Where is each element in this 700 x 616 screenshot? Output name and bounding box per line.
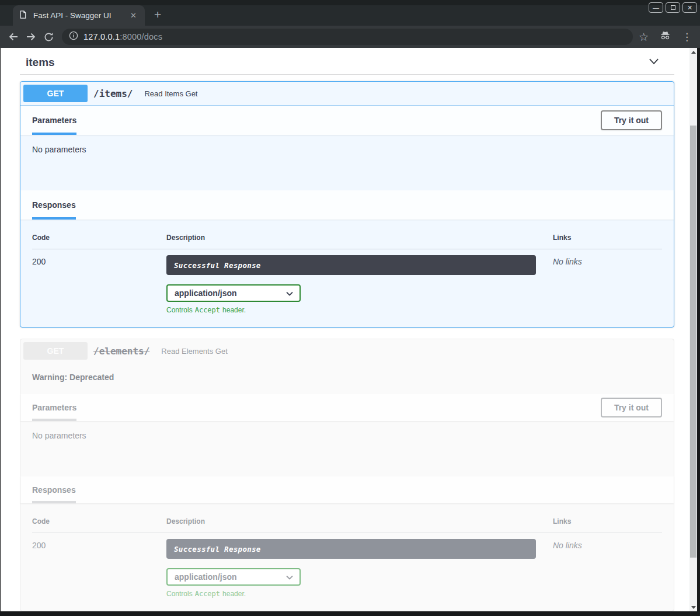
responses-label: Responses bbox=[32, 190, 76, 220]
minimize-button[interactable]: — bbox=[649, 2, 663, 13]
reload-icon[interactable] bbox=[40, 28, 57, 46]
accept-note-prefix: Controls bbox=[166, 306, 193, 314]
close-button[interactable]: ✕ bbox=[682, 2, 697, 13]
code-header: Code bbox=[32, 517, 166, 525]
accept-header-note: ControlsAcceptheader. bbox=[166, 590, 553, 598]
code-header: Code bbox=[32, 234, 166, 242]
accept-note-prefix: Controls bbox=[166, 590, 193, 598]
responses-label: Responses bbox=[32, 476, 76, 503]
accept-note-suffix: header. bbox=[222, 306, 246, 314]
parameters-header: Parameters Try it out bbox=[20, 106, 674, 135]
tag-title: items bbox=[26, 56, 55, 69]
forward-icon[interactable] bbox=[22, 28, 40, 46]
parameters-body: No parameters bbox=[20, 421, 674, 476]
accept-note-suffix: header. bbox=[222, 590, 246, 598]
arrow-down-icon bbox=[691, 606, 696, 609]
page-content: items GET /items/ Read Items Get Paramet… bbox=[1, 48, 697, 611]
response-description-cell: Successful Response application/json Con… bbox=[166, 255, 553, 314]
method-badge: GET bbox=[23, 342, 88, 360]
operation-description: Read Elements Get bbox=[161, 347, 227, 356]
tag-header[interactable]: items bbox=[20, 51, 674, 74]
select-chevron-icon bbox=[286, 572, 293, 582]
opblock-get-elements-deprecated: GET /elements/ Read Elements Get Warning… bbox=[20, 339, 674, 611]
response-code: 200 bbox=[32, 539, 166, 598]
links-header: Links bbox=[553, 234, 662, 242]
operation-path: /items/ bbox=[93, 88, 133, 99]
no-parameters-label: No parameters bbox=[32, 431, 86, 440]
window-controls: — ✕ bbox=[649, 2, 697, 13]
operation-path: /elements/ bbox=[93, 346, 149, 357]
tab-strip: Fast API - Swagger UI ✕ + bbox=[0, 5, 700, 26]
response-row: 200 Successful Response application/json bbox=[32, 249, 662, 314]
url-path: :8000/docs bbox=[120, 32, 162, 41]
response-links: No links bbox=[553, 539, 662, 598]
links-header: Links bbox=[553, 517, 662, 525]
url-bar[interactable]: 127.0.0.1:8000/docs bbox=[62, 29, 633, 45]
parameters-body: No parameters bbox=[20, 135, 674, 190]
description-header: Description bbox=[166, 517, 553, 525]
no-parameters-label: No parameters bbox=[32, 145, 86, 154]
opblock-get-items: GET /items/ Read Items Get Parameters Tr… bbox=[20, 81, 674, 328]
titlebar: Fast API - Swagger UI ✕ + — ✕ bbox=[0, 0, 700, 26]
select-chevron-icon bbox=[286, 288, 293, 298]
media-type-select[interactable]: application/json bbox=[166, 568, 301, 586]
try-it-out-button[interactable]: Try it out bbox=[601, 110, 662, 130]
response-description-text: Successful Response bbox=[174, 545, 261, 554]
maximize-button[interactable] bbox=[666, 2, 680, 13]
accept-note-code: Accept bbox=[195, 590, 220, 598]
response-links: No links bbox=[553, 255, 662, 314]
parameters-header: Parameters Try it out bbox=[20, 394, 674, 421]
favicon-page-icon bbox=[19, 10, 27, 22]
swagger-page: items GET /items/ Read Items Get Paramet… bbox=[1, 48, 689, 611]
responses-header: Responses bbox=[20, 190, 674, 220]
tab-close-icon[interactable]: ✕ bbox=[128, 11, 139, 20]
response-description-box: Successful Response bbox=[166, 539, 536, 559]
response-description-cell: Successful Response application/json Con… bbox=[166, 539, 553, 598]
maximize-icon bbox=[671, 5, 675, 10]
tab-parameters[interactable]: Parameters bbox=[32, 394, 76, 421]
media-type-select[interactable]: application/json bbox=[166, 284, 301, 302]
responses-table-head: Code Description Links bbox=[32, 234, 662, 249]
deprecated-warning: Warning: Deprecated bbox=[20, 363, 674, 394]
url-text: 127.0.0.1:8000/docs bbox=[83, 32, 162, 41]
responses-table: Code Description Links 200 Successful Re… bbox=[20, 220, 674, 327]
url-host: 127.0.0.1 bbox=[83, 32, 120, 41]
operation-summary[interactable]: GET /elements/ Read Elements Get bbox=[20, 339, 674, 363]
operation-description: Read Items Get bbox=[144, 89, 197, 98]
browser-tab[interactable]: Fast API - Swagger UI ✕ bbox=[13, 5, 145, 26]
scrollbar-down-arrow[interactable] bbox=[689, 603, 697, 611]
accept-header-note: ControlsAcceptheader. bbox=[166, 306, 553, 314]
response-description-box: Successful Response bbox=[166, 255, 536, 275]
operation-summary[interactable]: GET /items/ Read Items Get bbox=[20, 82, 674, 106]
tab-parameters[interactable]: Parameters bbox=[32, 106, 76, 135]
tab-title: Fast API - Swagger UI bbox=[33, 11, 128, 20]
tag-divider bbox=[20, 74, 674, 75]
responses-table: Code Description Links 200 Successful Re… bbox=[20, 503, 674, 611]
response-row: 200 Successful Response application/json bbox=[32, 533, 662, 598]
back-icon[interactable] bbox=[5, 28, 22, 46]
new-tab-button[interactable]: + bbox=[154, 8, 161, 22]
bookmark-star-icon[interactable]: ☆ bbox=[639, 32, 649, 43]
responses-table-head: Code Description Links bbox=[32, 517, 662, 533]
description-header: Description bbox=[166, 234, 553, 242]
accept-note-code: Accept bbox=[195, 306, 220, 314]
scrollbar[interactable] bbox=[689, 48, 697, 611]
media-type-value: application/json bbox=[175, 572, 237, 582]
response-description-text: Successful Response bbox=[174, 261, 261, 270]
arrow-up-icon bbox=[691, 51, 696, 54]
response-code: 200 bbox=[32, 255, 166, 314]
browser-menu-icon[interactable]: ⋮ bbox=[682, 32, 692, 42]
responses-header: Responses bbox=[20, 476, 674, 503]
method-badge: GET bbox=[23, 85, 88, 102]
chevron-down-icon[interactable] bbox=[647, 56, 660, 69]
scrollbar-thumb[interactable] bbox=[690, 126, 696, 558]
try-it-out-button[interactable]: Try it out bbox=[601, 398, 662, 417]
browser-window: Fast API - Swagger UI ✕ + — ✕ 127.0.0.1:… bbox=[0, 0, 700, 616]
site-info-icon[interactable] bbox=[69, 31, 78, 43]
incognito-icon bbox=[659, 30, 671, 44]
media-type-value: application/json bbox=[175, 288, 237, 298]
toolbar-right: ☆ ⋮ bbox=[639, 30, 700, 44]
browser-toolbar: 127.0.0.1:8000/docs ☆ ⋮ bbox=[0, 26, 700, 48]
scrollbar-up-arrow[interactable] bbox=[689, 48, 697, 56]
